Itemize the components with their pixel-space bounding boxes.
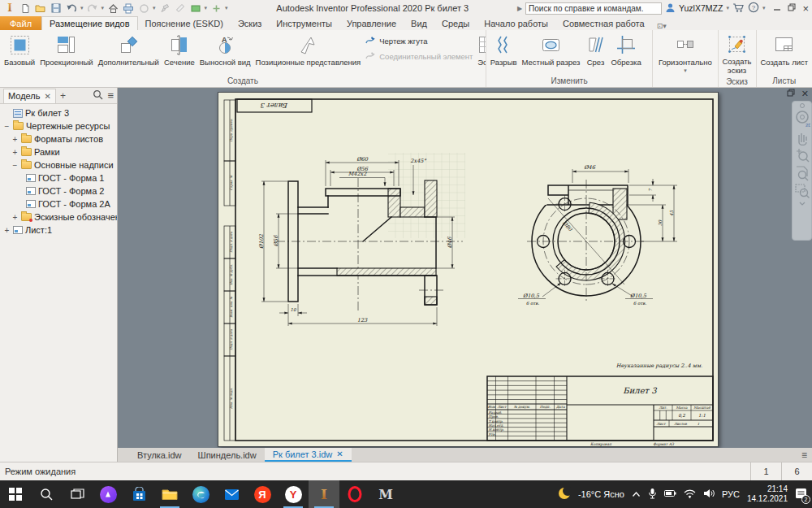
new-file-icon[interactable] xyxy=(19,2,32,15)
tree-item-sheet1[interactable]: +Лист:1 xyxy=(0,224,117,237)
clock[interactable]: 21:1414.12.2021 xyxy=(747,484,788,504)
detail-view-button[interactable]: A Выносной вид xyxy=(197,32,253,67)
language-indicator[interactable]: РУС xyxy=(722,489,740,499)
positional-representations-button[interactable]: Позиционные представления xyxy=(253,32,364,67)
doc-tab-vtulka[interactable]: Втулка.idw xyxy=(129,448,190,462)
tree-item-gost-form1[interactable]: ГОСТ - Форма 1 xyxy=(0,172,117,185)
yandex-app-icon[interactable]: Я xyxy=(247,480,278,508)
mail-app-icon[interactable] xyxy=(216,480,247,508)
undo-icon[interactable] xyxy=(65,2,78,15)
panel-modify-label[interactable]: Изменить xyxy=(486,76,652,87)
file-explorer-icon[interactable] xyxy=(154,480,185,508)
tab-environments[interactable]: Среды xyxy=(434,16,477,30)
create-sheet-button[interactable]: Создать лист xyxy=(758,32,810,67)
crop-button[interactable]: Обрезка xyxy=(608,32,643,67)
navigation-wheel-icon[interactable]: 2D xyxy=(794,110,810,128)
break-button[interactable]: Разрыв xyxy=(488,32,520,67)
alice-app-icon[interactable] xyxy=(93,480,123,508)
slice-button[interactable]: Срез xyxy=(582,32,608,67)
align-caret[interactable]: ▾ xyxy=(684,67,687,74)
username[interactable]: YuzlX7MZZ xyxy=(679,3,723,13)
close-button[interactable]: × xyxy=(802,3,809,14)
help-caret[interactable]: ▾ xyxy=(762,5,766,11)
panel-sheets-label[interactable]: Листы xyxy=(757,76,812,87)
browser-tab-close-icon[interactable]: ✕ xyxy=(44,92,50,101)
tab-manage[interactable]: Управление xyxy=(339,16,404,30)
doc-close-icon[interactable]: ✕ xyxy=(801,89,809,99)
tree-item-gost-form2a[interactable]: ГОСТ - Форма 2А xyxy=(0,198,117,211)
projected-view-button[interactable]: Проекционный xyxy=(37,32,96,67)
help-icon[interactable]: ? xyxy=(748,2,759,15)
navbar-more-icon[interactable] xyxy=(798,201,806,207)
drawing-canvas[interactable]: ✕ xyxy=(118,88,812,448)
zoom-all-icon[interactable] xyxy=(794,165,810,181)
tab-file[interactable]: Файл xyxy=(0,16,41,30)
undo-caret[interactable]: ▾ xyxy=(80,5,84,11)
tab-collaborate[interactable]: Совместная работа xyxy=(555,16,652,30)
sketch-view-button[interactable]: Эскиз xyxy=(474,32,486,67)
doc-tab-rk-bilet3[interactable]: Рк билет 3.idw✕ xyxy=(265,448,352,462)
navbar-collapse-icon[interactable] xyxy=(798,103,806,108)
base-view-button[interactable]: Базовый xyxy=(2,32,37,67)
doc-tabs-menu-icon[interactable]: ≡ xyxy=(801,449,807,461)
open-file-icon[interactable] xyxy=(34,2,47,15)
print-icon[interactable] xyxy=(122,2,135,15)
panel-create-label[interactable]: Создать xyxy=(0,76,486,87)
tab-tools[interactable]: Инструменты xyxy=(269,16,339,30)
microphone-icon[interactable] xyxy=(648,488,657,501)
section-view-button[interactable]: Сечение xyxy=(162,32,197,67)
edge-browser-icon[interactable] xyxy=(185,480,216,508)
doc-restore-icon[interactable] xyxy=(787,89,795,99)
doc-tab-shpindel[interactable]: Шпиндель.idw xyxy=(190,448,265,462)
align-horizontal-button[interactable]: Горизонтально ▾ xyxy=(656,32,715,75)
drawing-sheet-svg[interactable]: Перв. примен. Справ. № Подп. и дата Инв.… xyxy=(218,92,719,447)
panel-sketch-label[interactable]: Эскиз xyxy=(719,76,756,87)
tab-place-views[interactable]: Размещение видов xyxy=(41,16,138,30)
user-caret[interactable]: ▾ xyxy=(726,5,729,11)
tree-item-borders[interactable]: +Рамки xyxy=(0,145,117,158)
qat-options-caret[interactable]: ▾ xyxy=(225,5,228,11)
zoom-icon[interactable] xyxy=(794,147,810,163)
breakout-button[interactable]: Местный разрез xyxy=(520,32,583,67)
tab-annotate-eskd[interactable]: Пояснение (ESKD) xyxy=(138,16,231,30)
tree-item-title-blocks[interactable]: −Основные надписи xyxy=(0,158,117,172)
minimize-button[interactable] xyxy=(773,3,781,13)
browser-menu-icon[interactable]: ≡ xyxy=(107,89,114,102)
doc-tab-close-icon[interactable]: ✕ xyxy=(336,449,343,458)
search-expand-icon[interactable]: ▶ xyxy=(517,5,522,12)
material-swatch-icon[interactable] xyxy=(189,2,202,15)
tree-item-sketch-symbols[interactable]: +Эскизные обозначения xyxy=(0,211,117,224)
store-cart-icon[interactable] xyxy=(732,2,745,14)
ribbon-options-icon[interactable]: ⊡▾ xyxy=(657,22,667,30)
save-icon[interactable] xyxy=(50,2,63,15)
task-view-icon[interactable] xyxy=(62,480,93,508)
wifi-icon[interactable] xyxy=(684,489,696,500)
action-center-icon[interactable]: 2 xyxy=(795,488,807,501)
taskbar-search-icon[interactable] xyxy=(31,480,62,508)
tree-item-gost-form2[interactable]: ГОСТ - Форма 2 xyxy=(0,185,117,198)
harness-drawing-button[interactable]: Чертеж жгута xyxy=(365,35,473,47)
battery-icon[interactable] xyxy=(664,489,676,499)
tree-item-root[interactable]: Рк билет 3 xyxy=(0,106,117,119)
tab-sketch[interactable]: Эскиз xyxy=(231,16,269,30)
zoom-window-icon[interactable] xyxy=(794,183,810,199)
tab-getstarted[interactable]: Начало работы xyxy=(477,16,555,30)
weather-temp[interactable]: -16°C Ясно xyxy=(578,489,624,499)
ms-store-icon[interactable] xyxy=(123,480,154,508)
tray-expand-icon[interactable] xyxy=(632,489,641,499)
help-search-input[interactable] xyxy=(525,2,662,15)
auxiliary-view-button[interactable]: Дополнительный xyxy=(96,32,162,67)
pan-hand-icon[interactable] xyxy=(794,129,810,145)
start-button[interactable] xyxy=(0,480,31,508)
restore-button[interactable] xyxy=(788,3,796,13)
browser-add-tab-icon[interactable]: + xyxy=(60,90,66,102)
tab-view[interactable]: Вид xyxy=(404,16,434,30)
opera-browser-icon[interactable] xyxy=(339,480,370,508)
m-app-icon[interactable]: M xyxy=(370,480,401,508)
weather-moon-icon[interactable] xyxy=(558,487,571,501)
browser-tab-model[interactable]: Модель ✕ xyxy=(3,89,56,103)
tree-item-resources[interactable]: −Чертежные ресурсы xyxy=(0,119,117,132)
material-caret[interactable]: ▾ xyxy=(205,5,208,11)
tree-item-sheet-formats[interactable]: +Форматы листов xyxy=(0,132,117,145)
yandex-browser-icon[interactable]: Y xyxy=(278,480,309,508)
